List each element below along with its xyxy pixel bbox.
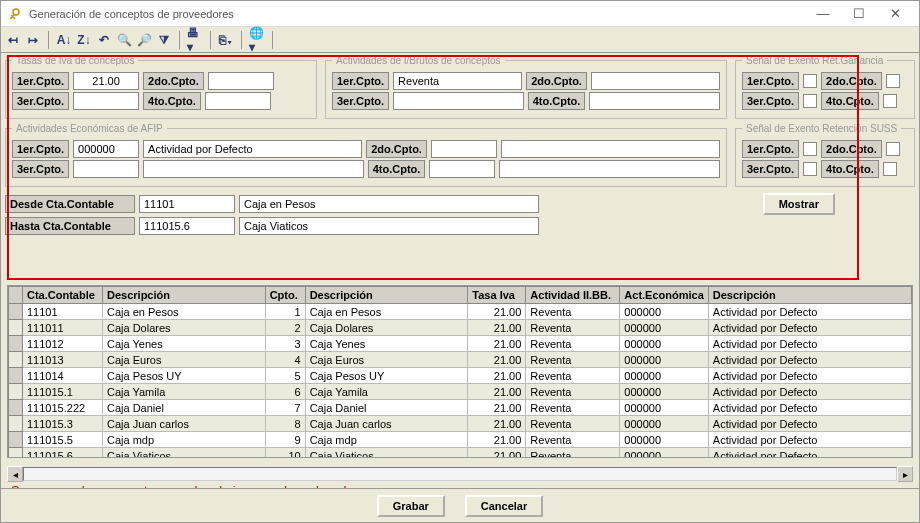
exgan-3-check[interactable] — [803, 94, 817, 108]
table-row[interactable]: 111011Caja Dolares2Caja Dolares21.00Reve… — [9, 320, 912, 336]
tasas-2-label: 2do.Cpto. — [143, 72, 204, 90]
col-ae[interactable]: Act.Económica — [620, 287, 708, 304]
col-desc3[interactable]: Descripción — [708, 287, 911, 304]
cancel-button[interactable]: Cancelar — [465, 495, 543, 517]
scroll-track[interactable] — [23, 467, 897, 481]
actib-2-label: 2do.Cpto. — [526, 72, 587, 90]
exgan-1-check[interactable] — [803, 74, 817, 88]
group-exento-suss: Señal de Exento Retención SUSS 1er.Cpto.… — [735, 123, 915, 187]
close-button[interactable]: ✕ — [877, 3, 913, 25]
table-row[interactable]: 111015.222Caja Daniel7Caja Daniel21.00Re… — [9, 400, 912, 416]
minimize-button[interactable]: — — [805, 3, 841, 25]
actib-1-label: 1er.Cpto. — [332, 72, 389, 90]
sort-asc-icon[interactable]: A↓ — [56, 32, 72, 48]
group-actividades-ib: Actividades de I/Brutos de conceptos 1er… — [325, 55, 727, 119]
afip-4-label: 4to.Cpto. — [368, 160, 426, 178]
legend-actib: Actividades de I/Brutos de conceptos — [332, 55, 505, 66]
col-iva[interactable]: Tasa Iva — [468, 287, 526, 304]
scroll-left-icon[interactable]: ◂ — [7, 466, 23, 482]
exgan-1-label: 1er.Cpto. — [742, 72, 799, 90]
actib-4-input[interactable] — [589, 92, 720, 110]
exsuss-3-check[interactable] — [803, 162, 817, 176]
actib-3-input[interactable] — [393, 92, 524, 110]
actib-2-input[interactable] — [591, 72, 720, 90]
title-bar: Generación de conceptos de proveedores —… — [1, 1, 919, 27]
indent-left-icon[interactable]: ↤ — [5, 32, 21, 48]
print-icon[interactable]: 🖶▾ — [187, 32, 203, 48]
afip-4-code[interactable] — [429, 160, 495, 178]
afip-2-code[interactable] — [431, 140, 497, 158]
table-row[interactable]: 111015.5Caja mdp9Caja mdp21.00Reventa000… — [9, 432, 912, 448]
mostrar-button[interactable]: Mostrar — [763, 193, 835, 215]
afip-2-label: 2do.Cpto. — [366, 140, 427, 158]
table-row[interactable]: 111012Caja Yenes3Caja Yenes21.00Reventa0… — [9, 336, 912, 352]
exsuss-2-label: 2do.Cpto. — [821, 140, 882, 158]
exsuss-1-label: 1er.Cpto. — [742, 140, 799, 158]
exsuss-4-label: 4to.Cpto. — [821, 160, 879, 178]
range-to-code[interactable] — [139, 217, 235, 235]
afip-2-desc[interactable] — [501, 140, 720, 158]
tasas-1-input[interactable] — [73, 72, 139, 90]
col-desc[interactable]: Descripción — [103, 287, 266, 304]
afip-4-desc[interactable] — [499, 160, 720, 178]
find-next-icon[interactable]: 🔎 — [136, 32, 152, 48]
undo-icon[interactable]: ↶ — [96, 32, 112, 48]
tasas-1-label: 1er.Cpto. — [12, 72, 69, 90]
main-window: Generación de conceptos de proveedores —… — [0, 0, 920, 523]
exgan-2-label: 2do.Cpto. — [821, 72, 882, 90]
tasas-3-label: 3er.Cpto. — [12, 92, 69, 110]
range-to-label: Hasta Cta.Contable — [5, 217, 135, 235]
afip-1-desc[interactable] — [143, 140, 362, 158]
tasas-2-input[interactable] — [208, 72, 274, 90]
tasas-4-input[interactable] — [205, 92, 271, 110]
exgan-2-check[interactable] — [886, 74, 900, 88]
filter-icon[interactable]: ⧩ — [156, 32, 172, 48]
col-cpto[interactable]: Cpto. — [265, 287, 305, 304]
scroll-right-icon[interactable]: ▸ — [897, 466, 913, 482]
indent-right-icon[interactable]: ↦ — [25, 32, 41, 48]
globe-icon[interactable]: 🌐▾ — [249, 32, 265, 48]
table-row[interactable]: 111015.1Caja Yamila6Caja Yamila21.00Reve… — [9, 384, 912, 400]
exgan-4-check[interactable] — [883, 94, 897, 108]
tasas-3-input[interactable] — [73, 92, 139, 110]
exgan-3-label: 3er.Cpto. — [742, 92, 799, 110]
range-from-desc[interactable] — [239, 195, 539, 213]
exsuss-2-check[interactable] — [886, 142, 900, 156]
exsuss-3-label: 3er.Cpto. — [742, 160, 799, 178]
actib-3-label: 3er.Cpto. — [332, 92, 389, 110]
range-from-label: Desde Cta.Contable — [5, 195, 135, 213]
range-from-code[interactable] — [139, 195, 235, 213]
tasas-4-label: 4to.Cpto. — [143, 92, 201, 110]
actib-4-label: 4to.Cpto. — [528, 92, 586, 110]
table-row[interactable]: 111015.3Caja Juan carlos8Caja Juan carlo… — [9, 416, 912, 432]
export-icon[interactable]: ⎘▾ — [218, 32, 234, 48]
row-header-col — [9, 287, 23, 304]
range-to-desc[interactable] — [239, 217, 539, 235]
range-box: Desde Cta.Contable Mostrar Hasta Cta.Con… — [5, 193, 915, 235]
exsuss-4-check[interactable] — [883, 162, 897, 176]
h-scrollbar[interactable]: ◂ ▸ — [7, 466, 913, 482]
legend-tasas: Tasas de Iva de conceptos — [12, 55, 138, 66]
afip-3-desc[interactable] — [143, 160, 364, 178]
sort-desc-icon[interactable]: Z↓ — [76, 32, 92, 48]
footer-bar: Grabar Cancelar — [1, 488, 919, 522]
table-row[interactable]: 111014Caja Pesos UY5Caja Pesos UY21.00Re… — [9, 368, 912, 384]
legend-afip: Actividades Económicas de AFIP — [12, 123, 167, 134]
find-icon[interactable]: 🔍 — [116, 32, 132, 48]
col-cta[interactable]: Cta.Contable — [23, 287, 103, 304]
afip-1-code[interactable] — [73, 140, 139, 158]
table-row[interactable]: 111013Caja Euros4Caja Euros21.00Reventa0… — [9, 352, 912, 368]
afip-3-code[interactable] — [73, 160, 139, 178]
legend-exsuss: Señal de Exento Retención SUSS — [742, 123, 901, 134]
actib-1-input[interactable] — [393, 72, 522, 90]
table-row[interactable]: 111015.6Caja Viaticos10Caja Viaticos21.0… — [9, 448, 912, 459]
data-grid[interactable]: Cta.Contable Descripción Cpto. Descripci… — [7, 285, 913, 458]
save-button[interactable]: Grabar — [377, 495, 445, 517]
work-area: Tasas de Iva de conceptos 1er.Cpto. 2do.… — [1, 53, 919, 522]
exsuss-1-check[interactable] — [803, 142, 817, 156]
col-ib[interactable]: Actividad II.BB. — [526, 287, 620, 304]
toolbar: ↤ ↦ A↓ Z↓ ↶ 🔍 🔎 ⧩ 🖶▾ ⎘▾ 🌐▾ — [1, 27, 919, 53]
table-row[interactable]: 11101Caja en Pesos1Caja en Pesos21.00Rev… — [9, 304, 912, 320]
maximize-button[interactable]: ☐ — [841, 3, 877, 25]
col-desc2[interactable]: Descripción — [305, 287, 468, 304]
